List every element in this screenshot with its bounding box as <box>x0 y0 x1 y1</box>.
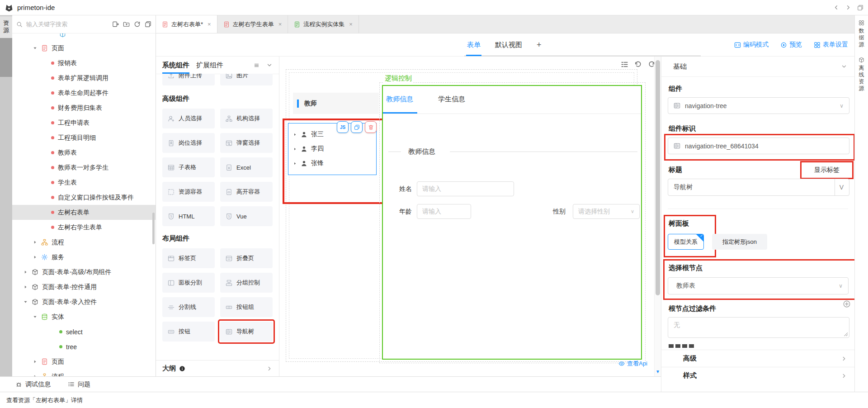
section-advanced[interactable]: 高级 <box>661 350 854 367</box>
palette-item-post-select[interactable]: 岗位选择 <box>162 133 215 153</box>
tree-item[interactable]: 表单生命周起事件 <box>12 85 156 100</box>
code-mode-button[interactable]: 编码模式 <box>734 41 769 49</box>
variable-bind-button[interactable]: V <box>835 179 844 195</box>
tree-item[interactable]: 教师表一对多学生 <box>12 160 156 175</box>
explorer-scrollbar[interactable] <box>152 213 155 244</box>
tree-node[interactable]: 张锋 <box>288 156 376 171</box>
close-tab-icon[interactable]: × <box>278 21 282 28</box>
palette-collapse-icon[interactable] <box>266 62 273 68</box>
palette-tab-extension[interactable]: 扩展组件 <box>196 61 223 70</box>
collapse-all-icon[interactable] <box>145 21 151 28</box>
add-view-button[interactable]: + <box>537 40 542 50</box>
section-style[interactable]: 样式 <box>661 367 854 384</box>
title-input[interactable]: 导航树 V <box>668 179 849 196</box>
view-tab-default-view[interactable]: 默认视图 <box>495 41 522 49</box>
new-folder-icon[interactable] <box>123 21 130 28</box>
chevron-right-icon[interactable] <box>266 365 273 372</box>
palette-item-collapse[interactable]: 折叠页 <box>220 248 273 268</box>
palette-item-panel-split[interactable]: 面板分割 <box>162 273 215 293</box>
tree-item-lib-open[interactable]: 页面-表单-录入控件 <box>12 294 156 309</box>
root-node-select[interactable]: 教师表 ∨ <box>668 277 849 294</box>
tree-item-pages2[interactable]: 页面 <box>12 354 156 369</box>
resize-grip[interactable] <box>844 332 848 336</box>
caret-right-icon[interactable] <box>33 359 38 364</box>
design-canvas[interactable]: 教师 张三 李四 张锋 JS 逻辑 <box>279 57 661 376</box>
palette-item-excel[interactable]: Excel <box>220 157 273 177</box>
tree-item-services[interactable]: 服务 <box>12 250 156 265</box>
tree-item[interactable]: 工程项目明细 <box>12 130 156 145</box>
palette-item-group-control[interactable]: 分组控制 <box>220 273 273 293</box>
palette-item-gaokai-container[interactable]: 高开容器 <box>220 182 273 202</box>
tree-item-pages[interactable]: 页面 <box>12 41 156 56</box>
tree-item-lib[interactable]: 页面-表单-控件通用 <box>12 280 156 294</box>
component-select[interactable]: navigation-tree ∨ <box>668 97 849 114</box>
palette-item-image[interactable]: 图片 <box>220 74 273 85</box>
palette-menu-icon[interactable] <box>254 62 259 68</box>
tree-item[interactable]: 自定义窗口操作按钮及事件 <box>12 190 156 205</box>
caret-down-icon[interactable] <box>33 46 38 51</box>
age-input[interactable]: 请输入 <box>417 204 471 219</box>
caret-right-icon[interactable] <box>33 255 38 260</box>
view-tab-form[interactable]: 表单 <box>467 41 481 49</box>
palette-item-button[interactable]: 按钮 <box>162 322 215 342</box>
tree-node[interactable]: 李四 <box>288 142 376 156</box>
caret-right-icon[interactable] <box>23 270 28 275</box>
chevron-down-icon[interactable] <box>841 63 847 70</box>
rail-item-datasource[interactable]: 数据源 <box>859 20 865 48</box>
tree-panel-option-json[interactable]: 指定树形json <box>712 234 767 250</box>
tree-item[interactable]: 学生表 <box>12 175 156 190</box>
close-tab-icon[interactable]: × <box>208 21 211 28</box>
gender-select[interactable]: 请选择性别 ∨ <box>573 204 640 219</box>
add-filter-icon[interactable] <box>843 300 851 308</box>
palette-item-subtable[interactable]: 子表格 <box>162 157 215 177</box>
palette-item-divider[interactable]: 分割线 <box>162 297 215 317</box>
tree-item[interactable]: 教师表 <box>12 145 156 160</box>
tree-item-lib[interactable]: 页面-表单-高级/布局组件 <box>12 265 156 280</box>
show-label-toggle[interactable]: 显示标签 <box>800 161 854 179</box>
undo-icon[interactable] <box>634 61 642 68</box>
name-input[interactable]: 请输入 <box>417 181 514 196</box>
tree-item[interactable]: 左树右学生表单 <box>12 220 156 235</box>
editor-tab-active[interactable]: 左树右表单* × <box>156 15 217 33</box>
caret-right-icon[interactable] <box>293 147 297 151</box>
form-settings-button[interactable]: 表单设置 <box>814 41 848 49</box>
palette-item-button-group[interactable]: 按钮组 <box>220 297 273 317</box>
logic-control-container[interactable]: 教师信息 学生信息 教师信息 姓名 请输入 年龄 请输入 性别 请选择性别 ∨ <box>382 85 642 360</box>
palette-tab-system[interactable]: 系统组件 <box>162 61 189 70</box>
palette-item-popup-select[interactable]: 弹窗选择 <box>220 133 273 153</box>
nav-back-icon[interactable] <box>833 4 840 11</box>
restore-window-icon[interactable] <box>857 5 863 11</box>
palette-item-navigation-tree[interactable]: 导航树 <box>220 322 273 342</box>
caret-right-icon[interactable] <box>293 133 297 137</box>
canvas-scrollbar[interactable]: ▼ <box>654 57 661 376</box>
search-input[interactable] <box>25 20 109 28</box>
nav-forward-icon[interactable] <box>845 4 852 11</box>
view-api-link[interactable]: 查看Api <box>618 360 647 368</box>
palette-item-attachment-upload[interactable]: 附件上传 <box>162 74 215 85</box>
outline-bar[interactable]: 大纲 <box>156 360 279 376</box>
close-tab-icon[interactable]: × <box>349 21 353 28</box>
debug-info-button[interactable]: 调试信息 <box>15 380 51 389</box>
palette-item-person-select[interactable]: 人员选择 <box>162 109 215 128</box>
component-id-input[interactable]: navigation-tree_68641034 <box>668 138 849 154</box>
outline-toggle-icon[interactable] <box>621 61 628 68</box>
delete-button[interactable] <box>365 121 377 133</box>
activity-tab-resources[interactable]: 资源 <box>0 16 12 38</box>
rail-item-offline-resources[interactable]: 离线资源 <box>859 57 865 92</box>
palette-item-resource-container[interactable]: 资源容器 <box>162 182 215 202</box>
tree-item[interactable]: 报销表 <box>12 56 156 71</box>
palette-item-tabpage[interactable]: 标签页 <box>162 248 215 268</box>
tree-item[interactable]: 工程申请表 <box>12 115 156 130</box>
tree-item-entity[interactable]: 实体 <box>12 309 156 324</box>
caret-right-icon[interactable] <box>23 285 28 289</box>
tree-panel-option-model[interactable]: 模型关系 ✓ <box>668 234 704 250</box>
scrollbar-thumb[interactable] <box>656 60 660 295</box>
import-resource-icon[interactable] <box>112 21 119 28</box>
form-tab-teacher-info[interactable]: 教师信息 <box>386 95 413 104</box>
js-script-button[interactable]: JS <box>337 121 349 133</box>
root-filter-textarea[interactable]: 无 <box>668 317 849 338</box>
caret-down-icon[interactable] <box>33 314 38 319</box>
problems-button[interactable]: 问题 <box>68 380 90 389</box>
scroll-down-icon[interactable]: ▼ <box>656 369 660 374</box>
editor-tab[interactable]: 流程实例实体集 × <box>288 15 359 33</box>
